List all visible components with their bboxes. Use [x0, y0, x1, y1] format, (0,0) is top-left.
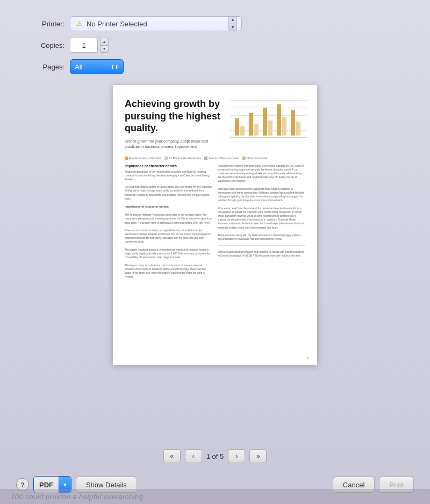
form-area: Printer: No Printer Selected ▲ ▼ Copies:… [16, 16, 414, 74]
legend-label-3: Direction Dilemma Health [209, 157, 239, 160]
body-text-left: Supporting foundation of low housing whi… [125, 170, 212, 279]
bar-1a [235, 118, 239, 136]
bar-3a [263, 108, 267, 136]
bar-4b [282, 117, 286, 136]
preview-col-left: Importance of character homes Supporting… [125, 164, 212, 279]
doc-title: Achieving growth by pursuing the highest… [125, 98, 221, 134]
bar-3b [268, 120, 273, 136]
page-info: 1 of 5 [206, 452, 224, 460]
bar-4a [277, 104, 281, 136]
preview-legend: Flow Estimated to Baseline An Efficient … [125, 157, 305, 160]
copies-label: Copies: [16, 41, 64, 49]
printer-stepper-up[interactable]: ▲ [229, 17, 236, 24]
prev-page-button[interactable]: ‹ [185, 449, 202, 463]
page-number: 1 [307, 356, 309, 359]
copies-row: Copies: 1 ▲ ▼ [16, 38, 414, 53]
bar-group-4 [277, 104, 286, 136]
printer-dropdown[interactable]: No Printer Selected ▲ ▼ [70, 16, 242, 31]
bar-2b [254, 124, 259, 136]
printer-stepper-down[interactable]: ▼ [229, 24, 236, 31]
legend-dot-1 [125, 157, 128, 160]
legend-label-1: Flow Estimated to Baseline [129, 157, 161, 160]
body-text-right: Providing home owners with these types o… [218, 164, 305, 242]
legend-label-4: Methodical Detail [247, 157, 267, 160]
pages-chevron-icon: ⬆⬇ [110, 64, 119, 70]
bar-5b [296, 122, 300, 136]
printer-stepper[interactable]: ▲ ▼ [228, 16, 237, 31]
bar-group-2 [249, 113, 259, 136]
next-page-button[interactable]: › [228, 449, 245, 463]
doc-subtitle: Unlock growth for your company, adopt th… [125, 139, 221, 150]
printer-value: No Printer Selected [87, 20, 225, 28]
warning-icon [75, 20, 83, 27]
bar-group-5 [291, 110, 300, 136]
preview-divider [218, 245, 305, 246]
legend-item-1: Flow Estimated to Baseline [125, 157, 161, 160]
print-dialog: Printer: No Printer Selected ▲ ▼ Copies:… [0, 0, 430, 504]
bar-2a [249, 113, 253, 136]
pages-value: All [75, 63, 110, 71]
pagination: « ‹ 1 of 5 › » [16, 449, 414, 463]
preview-col-right: Providing home owners with these types o… [218, 164, 305, 279]
copies-stepper[interactable]: ▲ ▼ [100, 38, 109, 53]
preview-chart [230, 100, 307, 148]
legend-item-4: Methodical Detail [242, 157, 267, 160]
printer-label: Printer: [16, 20, 64, 28]
bottom-hint-text: 100 could provide a helpful overarching [11, 493, 143, 501]
bar-1b [240, 126, 245, 136]
pages-row: Pages: All ⬆⬇ [16, 59, 414, 74]
pages-label: Pages: [16, 63, 64, 71]
legend-dot-4 [242, 157, 246, 160]
legend-dot-2 [164, 157, 168, 160]
pages-dropdown[interactable]: All ⬆⬇ [70, 59, 124, 74]
legend-item-2: An Efficient Road to Future [164, 157, 201, 160]
legend-item-3: Direction Dilemma Health [204, 157, 239, 160]
preview-area: Achieving growth by pursuing the highest… [16, 85, 414, 438]
printer-row: Printer: No Printer Selected ▲ ▼ [16, 16, 414, 31]
document-preview: Achieving growth by pursuing the highest… [113, 85, 317, 365]
copies-down[interactable]: ▼ [100, 45, 109, 53]
preview-body: Importance of character homes Supporting… [125, 164, 305, 279]
copies-up[interactable]: ▲ [100, 38, 109, 45]
bar-group-3 [263, 108, 273, 136]
first-page-button[interactable]: « [163, 449, 181, 463]
last-page-button[interactable]: » [249, 449, 267, 463]
bar-group-1 [235, 118, 245, 136]
body-text-right-2: Staff are continuing their analysis and … [218, 250, 305, 258]
bar-5a [291, 110, 295, 136]
legend-dot-3 [204, 157, 207, 160]
legend-label-2: An Efficient Road to Future [169, 157, 201, 160]
section-title: Importance of character homes [125, 164, 212, 168]
copies-input[interactable]: 1 [70, 38, 98, 53]
bottom-hint-bar: 100 could provide a helpful overarching [0, 489, 430, 504]
